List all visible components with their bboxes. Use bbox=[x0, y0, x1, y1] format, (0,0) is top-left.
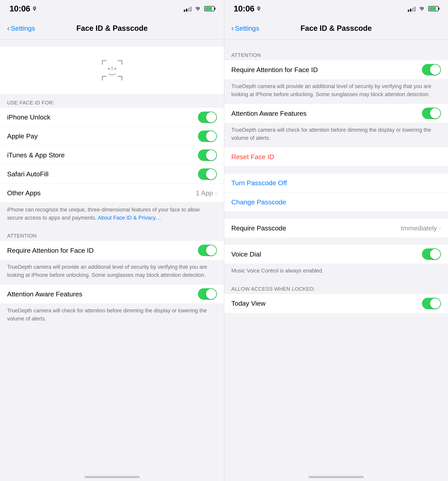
face-id-description: iPhone can recognize the unique, three-d… bbox=[0, 203, 224, 227]
attention-aware-toggle-right[interactable] bbox=[422, 108, 441, 119]
battery-left bbox=[204, 6, 214, 11]
itunes-knob bbox=[206, 150, 216, 160]
face-id-group: iPhone Unlock Apple Pay iTunes & App Sto… bbox=[0, 108, 224, 203]
attention-aware-desc-text-left: TrueDepth camera will check for attentio… bbox=[7, 308, 207, 322]
iphone-unlock-toggle[interactable] bbox=[198, 112, 217, 123]
battery-right bbox=[428, 6, 439, 11]
location-icon-left bbox=[32, 6, 37, 11]
home-indicator-left bbox=[84, 476, 140, 478]
require-attention-toggle-right[interactable] bbox=[422, 64, 441, 75]
back-label-right: Settings bbox=[235, 24, 259, 32]
attention-aware-label-right: Attention Aware Features bbox=[231, 110, 422, 117]
attention-header-left: ATTENTION bbox=[0, 227, 224, 241]
face-id-privacy-link[interactable]: About Face ID & Privacy… bbox=[98, 215, 161, 221]
require-attention-row-left[interactable]: Require Attention for Face ID bbox=[0, 241, 224, 260]
iphone-unlock-knob bbox=[206, 112, 216, 122]
require-attention-desc-right: TrueDepth camera will provide an additio… bbox=[224, 79, 448, 104]
attention-header-right: ATTENTION bbox=[224, 47, 448, 60]
svg-rect-7 bbox=[121, 76, 122, 81]
wifi-icon-right bbox=[419, 6, 426, 11]
svg-rect-1 bbox=[102, 60, 103, 65]
right-phone-panel: 10:06 ‹ Settings Face ID & Pas bbox=[224, 0, 448, 481]
apple-pay-toggle[interactable] bbox=[198, 130, 217, 142]
back-button-right[interactable]: ‹ Settings bbox=[231, 24, 271, 32]
iphone-unlock-row[interactable]: iPhone Unlock bbox=[0, 108, 224, 127]
nav-title-right: Face ID & Passcode bbox=[271, 24, 401, 33]
back-button-left[interactable]: ‹ Settings bbox=[7, 24, 47, 32]
content-right: ATTENTION Require Attention for Face ID … bbox=[224, 39, 448, 473]
home-bar-left bbox=[0, 473, 224, 481]
face-id-desc-text: iPhone can recognize the unique, three-d… bbox=[7, 207, 200, 221]
nav-bar-right: ‹ Settings Face ID & Passcode bbox=[224, 17, 448, 39]
other-apps-label: Other Apps bbox=[7, 189, 196, 197]
voice-dial-toggle[interactable] bbox=[422, 248, 441, 260]
itunes-label: iTunes & App Store bbox=[7, 151, 198, 159]
safari-autofill-knob bbox=[206, 169, 216, 179]
home-bar-right bbox=[224, 473, 448, 481]
back-chevron-left: ‹ bbox=[7, 24, 10, 32]
turn-passcode-off-row[interactable]: Turn Passcode Off bbox=[224, 173, 448, 193]
voice-dial-desc: Music Voice Control is always enabled. bbox=[224, 263, 448, 280]
reset-face-id-row[interactable]: Reset Face ID bbox=[224, 148, 448, 166]
svg-point-9 bbox=[114, 68, 116, 70]
signal-left bbox=[184, 6, 192, 12]
require-attention-desc-text-left: TrueDepth camera will provide an additio… bbox=[7, 264, 207, 278]
nav-title-left: Face ID & Passcode bbox=[47, 24, 177, 33]
require-attention-group-right: Require Attention for Face ID bbox=[224, 60, 448, 79]
itunes-row[interactable]: iTunes & App Store bbox=[0, 146, 224, 165]
require-attention-label-right: Require Attention for Face ID bbox=[231, 66, 422, 74]
require-attention-desc-text-right: TrueDepth camera will provide an additio… bbox=[231, 83, 431, 97]
require-attention-label-left: Require Attention for Face ID bbox=[7, 247, 198, 254]
back-label-left: Settings bbox=[11, 24, 35, 32]
face-id-icon bbox=[100, 59, 124, 82]
attention-aware-desc-right: TrueDepth camera will check for attentio… bbox=[224, 123, 448, 148]
require-attention-desc-left: TrueDepth camera will provide an additio… bbox=[0, 260, 224, 285]
today-view-toggle[interactable] bbox=[422, 298, 441, 309]
itunes-toggle[interactable] bbox=[198, 150, 217, 161]
location-icon-right bbox=[256, 6, 262, 11]
attention-aware-row-left[interactable]: Attention Aware Features bbox=[0, 285, 224, 303]
iphone-unlock-label: iPhone Unlock bbox=[7, 113, 198, 121]
today-view-label: Today View bbox=[231, 300, 422, 307]
status-time-right: 10:06 bbox=[234, 4, 254, 13]
reset-face-id-label: Reset Face ID bbox=[231, 153, 274, 161]
attention-aware-desc-left: TrueDepth camera will check for attentio… bbox=[0, 303, 224, 328]
attention-aware-toggle-left[interactable] bbox=[198, 288, 217, 300]
attention-aware-group-right: Attention Aware Features bbox=[224, 104, 448, 123]
today-view-row[interactable]: Today View bbox=[224, 294, 448, 313]
require-attention-toggle-left[interactable] bbox=[198, 245, 217, 256]
require-passcode-chevron: › bbox=[439, 225, 441, 231]
require-passcode-value: Immediately bbox=[401, 224, 437, 232]
use-face-id-header: USE FACE ID FOR: bbox=[0, 94, 224, 108]
attention-aware-desc-text-right: TrueDepth camera will check for attentio… bbox=[231, 127, 431, 141]
require-passcode-group: Require Passcode Immediately › bbox=[224, 218, 448, 238]
voice-dial-group: Voice Dial bbox=[224, 245, 448, 263]
apple-pay-row[interactable]: Apple Pay bbox=[0, 127, 224, 146]
content-left: USE FACE ID FOR: iPhone Unlock Apple Pay… bbox=[0, 39, 224, 473]
change-passcode-row[interactable]: Change Passcode bbox=[224, 193, 448, 211]
left-phone-panel: 10:06 ‹ Settings Face ID & Pas bbox=[0, 0, 224, 481]
other-apps-row[interactable]: Other Apps 1 App › bbox=[0, 184, 224, 203]
attention-group-left: Require Attention for Face ID bbox=[0, 241, 224, 260]
require-attention-row-right[interactable]: Require Attention for Face ID bbox=[224, 60, 448, 79]
status-bar-right: 10:06 bbox=[224, 0, 448, 17]
wifi-icon-left bbox=[194, 6, 201, 11]
attention-aware-group-left: Attention Aware Features bbox=[0, 285, 224, 303]
back-chevron-right: ‹ bbox=[231, 24, 234, 32]
status-bar-left: 10:06 bbox=[0, 0, 224, 17]
voice-dial-desc-text: Music Voice Control is always enabled. bbox=[231, 268, 323, 274]
attention-aware-row-right[interactable]: Attention Aware Features bbox=[224, 104, 448, 123]
safari-autofill-row[interactable]: Safari AutoFill bbox=[0, 165, 224, 184]
voice-dial-label: Voice Dial bbox=[231, 250, 422, 258]
passcode-group: Turn Passcode Off Change Passcode bbox=[224, 173, 448, 211]
safari-autofill-toggle[interactable] bbox=[198, 168, 217, 180]
require-passcode-row[interactable]: Require Passcode Immediately › bbox=[224, 218, 448, 238]
other-apps-value: 1 App bbox=[196, 189, 213, 197]
svg-rect-5 bbox=[102, 76, 107, 77]
turn-passcode-off-label: Turn Passcode Off bbox=[231, 179, 287, 187]
voice-dial-row[interactable]: Voice Dial bbox=[224, 245, 448, 263]
status-icons-left bbox=[184, 6, 214, 12]
face-id-area bbox=[0, 47, 224, 94]
today-view-group: Today View bbox=[224, 294, 448, 313]
home-indicator-right bbox=[308, 476, 364, 478]
